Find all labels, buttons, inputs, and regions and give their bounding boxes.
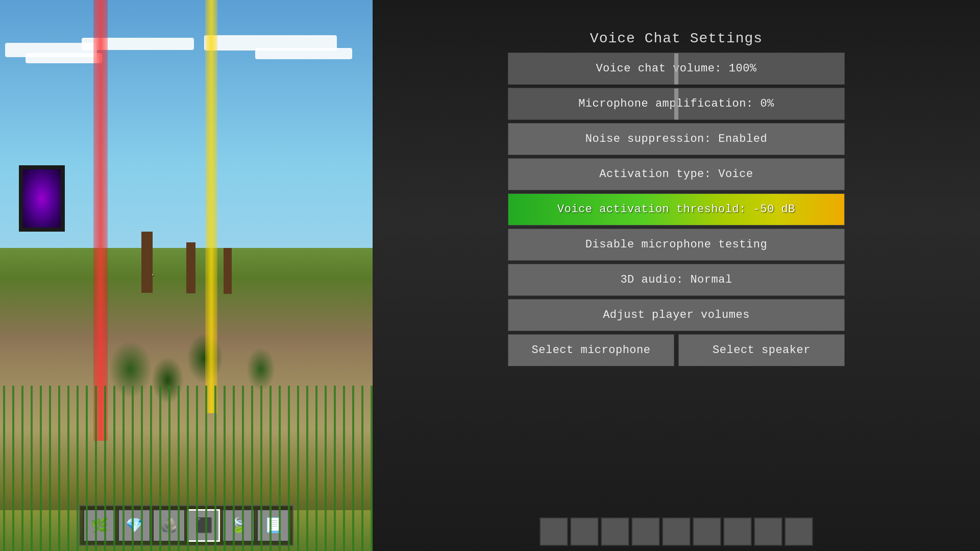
3d-audio-label: 3D audio: Normal [620, 273, 732, 286]
right-inventory [540, 517, 813, 546]
mic-testing-row[interactable]: Disable microphone testing [508, 229, 845, 261]
voice-chat-settings-dialog: Voice Chat Settings Voice chat volume: 1… [508, 31, 845, 366]
right-panel: Voice Chat Settings Voice chat volume: 1… [373, 0, 980, 551]
player-volumes-label: Adjust player volumes [603, 309, 750, 321]
voice-threshold-label: Voice activation threshold: -50 dB [557, 203, 795, 216]
right-inv-slot-2 [601, 517, 629, 546]
right-inv-slot-6 [723, 517, 752, 546]
terrain [0, 193, 373, 413]
voice-volume-slider[interactable] [674, 53, 678, 84]
yellow-beam [205, 0, 217, 413]
right-inv-slot-3 [631, 517, 660, 546]
select-speaker-button[interactable]: Select speaker [678, 334, 845, 366]
right-inv-slot-8 [785, 517, 813, 546]
player-volumes-row[interactable]: Adjust player volumes [508, 299, 845, 331]
mic-amplification-slider[interactable] [674, 88, 678, 119]
3d-audio-row[interactable]: 3D audio: Normal [508, 264, 845, 296]
bamboo [0, 386, 373, 551]
right-inv-slot-7 [754, 517, 782, 546]
red-beam [93, 0, 108, 441]
mic-amplification-row[interactable]: Microphone amplification: 0% [508, 88, 845, 120]
tree-trunk-1 [141, 232, 153, 293]
bottom-buttons: Select microphone Select speaker [508, 334, 845, 366]
right-inv-slot-0 [540, 517, 568, 546]
right-inv-slot-4 [662, 517, 691, 546]
noise-suppression-label: Noise suppression: Enabled [585, 133, 767, 145]
game-viewport: + 🌿 💎 🪨 ⬛ 🍃 📃 [0, 0, 373, 551]
tree-trunk-2 [186, 242, 195, 293]
voice-threshold-row[interactable]: Voice activation threshold: -50 dB [508, 193, 845, 226]
activation-type-label: Activation type: Voice [599, 168, 753, 181]
right-inv-slot-1 [570, 517, 599, 546]
right-inv-slot-5 [693, 517, 721, 546]
tree-trunk-3 [224, 248, 232, 294]
dialog-title: Voice Chat Settings [508, 31, 845, 46]
select-microphone-button[interactable]: Select microphone [508, 334, 674, 366]
voice-volume-row[interactable]: Voice chat volume: 100% [508, 53, 845, 85]
noise-suppression-row[interactable]: Noise suppression: Enabled [508, 123, 845, 155]
mic-testing-label: Disable microphone testing [585, 238, 767, 251]
activation-type-row[interactable]: Activation type: Voice [508, 158, 845, 190]
